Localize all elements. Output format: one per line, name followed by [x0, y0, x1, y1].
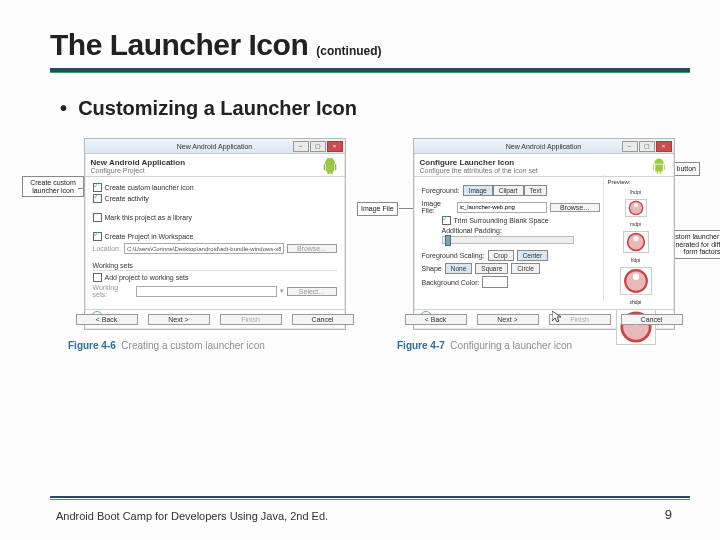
page-title: The Launcher Icon [50, 28, 308, 62]
cancel-button[interactable]: Cancel [621, 314, 683, 325]
footer-text: Android Boot Camp for Developers Using J… [56, 510, 328, 522]
image-file-input[interactable] [457, 202, 547, 213]
continued-label: (continued) [316, 44, 381, 58]
window-title: New Android Application [506, 143, 582, 150]
cancel-button[interactable]: Cancel [292, 314, 354, 325]
select-button[interactable]: Select... [287, 287, 337, 296]
android-icon [650, 157, 668, 175]
opt-square[interactable]: Square [475, 263, 508, 274]
dialog-subheading: Configure Project [91, 167, 145, 174]
checkbox-create-activity[interactable] [93, 194, 102, 203]
bullet-customizing: • Customizing a Launcher Icon [60, 97, 690, 120]
footer-rule [50, 496, 690, 498]
maximize-button[interactable]: ▢ [639, 141, 655, 152]
checkbox-create-icon[interactable] [93, 183, 102, 192]
finish-button[interactable]: Finish [220, 314, 282, 325]
footer-accent [50, 499, 690, 500]
maximize-button[interactable]: ▢ [310, 141, 326, 152]
next-button[interactable]: Next > [477, 314, 539, 325]
dialog-configure-icon: New Android Application – ▢ × Configure … [413, 138, 675, 330]
checkbox-workspace[interactable] [93, 232, 102, 241]
tab-image[interactable]: Image [463, 185, 493, 196]
checkbox-working-set[interactable] [93, 273, 102, 282]
back-button[interactable]: < Back [405, 314, 467, 325]
bg-color-swatch[interactable] [482, 276, 508, 288]
preview-column: Preview: lhdpi mdpi hdpi xhdpi [603, 175, 668, 301]
minimize-button[interactable]: – [622, 141, 638, 152]
dialog-subheading: Configure the attributes of the icon set [420, 167, 538, 174]
figure-4-7: Image File Browse button Custom launcher… [397, 138, 690, 351]
callout-image-file: Image File [357, 202, 398, 216]
working-sets-header: Working sets [93, 262, 337, 271]
window-controls[interactable]: – ▢ × [293, 141, 343, 152]
back-button[interactable]: < Back [76, 314, 138, 325]
page-number: 9 [665, 507, 672, 522]
callout-create-icon: Create custom launcher icon [22, 176, 84, 197]
figure-4-6: Create custom launcher icon New Android … [68, 138, 361, 351]
tab-text[interactable]: Text [524, 185, 548, 196]
svg-point-0 [629, 201, 642, 214]
dialog-configure-project: New Android Application – ▢ × New Androi… [84, 138, 346, 330]
android-icon [321, 157, 339, 175]
title-underline [50, 68, 690, 73]
checkbox-trim[interactable] [442, 216, 451, 225]
opt-center[interactable]: Center [517, 250, 549, 261]
window-controls[interactable]: – ▢ × [622, 141, 672, 152]
location-input[interactable] [124, 243, 284, 254]
svg-point-4 [625, 270, 647, 292]
next-button[interactable]: Next > [148, 314, 210, 325]
tab-clipart[interactable]: Clipart [493, 185, 524, 196]
opt-none[interactable]: None [445, 263, 473, 274]
svg-point-5 [632, 273, 639, 280]
dialog-heading: New Android Application [91, 158, 186, 167]
window-title: New Android Application [177, 143, 253, 150]
minimize-button[interactable]: – [293, 141, 309, 152]
figure-caption-left: Figure 4-6 Creating a custom launcher ic… [68, 340, 361, 351]
close-button[interactable]: × [656, 141, 672, 152]
working-sets-input[interactable] [136, 286, 276, 297]
svg-point-3 [633, 236, 638, 241]
cursor-icon [552, 311, 562, 323]
browse-button[interactable]: Browse... [550, 203, 600, 212]
checkbox-library[interactable] [93, 213, 102, 222]
svg-point-1 [634, 203, 638, 207]
close-button[interactable]: × [327, 141, 343, 152]
browse-button[interactable]: Browse... [287, 244, 337, 253]
opt-circle[interactable]: Circle [511, 263, 540, 274]
opt-crop[interactable]: Crop [488, 250, 514, 261]
dialog-heading: Configure Launcher Icon [420, 158, 515, 167]
